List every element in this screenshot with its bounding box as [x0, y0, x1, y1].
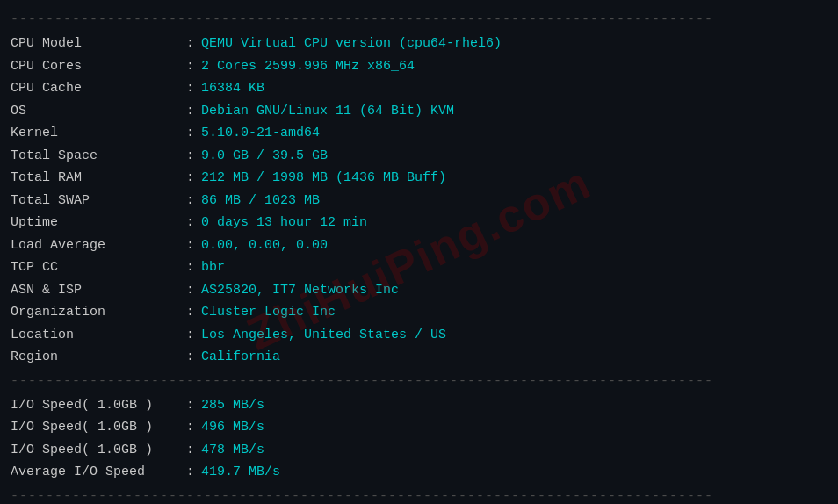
info-row: Load Average: 0.00, 0.00, 0.00 — [11, 234, 827, 257]
info-colon: : — [186, 279, 194, 302]
info-label: Kernel — [11, 122, 186, 145]
info-row: CPU Cores: 2 Cores 2599.996 MHz x86_64 — [11, 55, 827, 78]
io-label: Average I/O Speed — [11, 461, 186, 484]
info-value: 86 MB / 1023 MB — [201, 190, 320, 212]
info-colon: : — [186, 145, 194, 168]
info-value: AS25820, IT7 Networks Inc — [201, 279, 399, 302]
info-colon: : — [186, 77, 194, 100]
info-label: Load Average — [11, 234, 186, 257]
middle-divider: ----------------------------------------… — [11, 374, 827, 389]
io-row: Average I/O Speed: 419.7 MB/s — [11, 461, 827, 484]
info-colon: : — [186, 190, 194, 212]
top-divider: ----------------------------------------… — [11, 12, 827, 27]
info-label: Total RAM — [11, 167, 186, 190]
info-label: TCP CC — [11, 256, 186, 279]
io-row: I/O Speed( 1.0GB ): 478 MB/s — [11, 439, 827, 462]
info-row: CPU Cache: 16384 KB — [11, 77, 827, 100]
info-row: Region: California — [11, 346, 827, 369]
info-colon: : — [186, 234, 194, 257]
info-row: ASN & ISP: AS25820, IT7 Networks Inc — [11, 279, 827, 302]
info-label: Location — [11, 324, 186, 347]
io-colon: : — [186, 439, 194, 462]
io-label: I/O Speed( 1.0GB ) — [11, 416, 186, 439]
io-label: I/O Speed( 1.0GB ) — [11, 439, 186, 462]
info-value: 16384 KB — [201, 77, 264, 100]
io-colon: : — [186, 416, 194, 439]
info-value: bbr — [201, 256, 225, 279]
info-label: CPU Cache — [11, 77, 186, 100]
info-colon: : — [186, 55, 194, 78]
info-value: Cluster Logic Inc — [201, 301, 336, 324]
info-value: QEMU Virtual CPU version (cpu64-rhel6) — [201, 32, 502, 55]
info-label: OS — [11, 100, 186, 123]
system-info-section: CPU Model: QEMU Virtual CPU version (cpu… — [11, 32, 827, 369]
io-row: I/O Speed( 1.0GB ): 496 MB/s — [11, 416, 827, 439]
info-value: Los Angeles, United States / US — [201, 324, 446, 347]
io-row: I/O Speed( 1.0GB ): 285 MB/s — [11, 394, 827, 417]
io-value: 478 MB/s — [201, 439, 264, 462]
info-value: 0 days 13 hour 12 min — [201, 212, 367, 234]
info-colon: : — [186, 346, 194, 369]
info-row: Total RAM: 212 MB / 1998 MB (1436 MB Buf… — [11, 167, 827, 190]
info-row: Kernel: 5.10.0-21-amd64 — [11, 122, 827, 145]
io-speed-section: I/O Speed( 1.0GB ): 285 MB/sI/O Speed( 1… — [11, 394, 827, 484]
io-colon: : — [186, 461, 194, 484]
info-value: 5.10.0-21-amd64 — [201, 122, 320, 145]
info-label: Organization — [11, 301, 186, 324]
info-colon: : — [186, 324, 194, 347]
info-colon: : — [186, 256, 194, 279]
info-colon: : — [186, 301, 194, 324]
io-value: 496 MB/s — [201, 416, 264, 439]
bottom-divider: ----------------------------------------… — [11, 489, 827, 504]
info-value: Debian GNU/Linux 11 (64 Bit) KVM — [201, 100, 454, 123]
info-value: California — [201, 346, 280, 369]
info-row: CPU Model: QEMU Virtual CPU version (cpu… — [11, 32, 827, 55]
io-value: 285 MB/s — [201, 394, 264, 417]
info-row: Total Space: 9.0 GB / 39.5 GB — [11, 145, 827, 168]
info-row: Total SWAP: 86 MB / 1023 MB — [11, 190, 827, 212]
info-value: 212 MB / 1998 MB (1436 MB Buff) — [201, 167, 446, 190]
info-label: Region — [11, 346, 186, 369]
io-value: 419.7 MB/s — [201, 461, 280, 484]
info-label: ASN & ISP — [11, 279, 186, 302]
info-label: CPU Cores — [11, 55, 186, 78]
info-row: Location: Los Angeles, United States / U… — [11, 324, 827, 347]
io-label: I/O Speed( 1.0GB ) — [11, 394, 186, 417]
info-label: CPU Model — [11, 32, 186, 55]
info-colon: : — [186, 212, 194, 234]
info-value: 9.0 GB / 39.5 GB — [201, 145, 328, 168]
info-row: OS: Debian GNU/Linux 11 (64 Bit) KVM — [11, 100, 827, 123]
info-colon: : — [186, 32, 194, 55]
info-label: Total SWAP — [11, 190, 186, 212]
info-row: TCP CC: bbr — [11, 256, 827, 279]
info-colon: : — [186, 100, 194, 123]
info-label: Uptime — [11, 212, 186, 234]
info-value: 2 Cores 2599.996 MHz x86_64 — [201, 55, 415, 78]
info-colon: : — [186, 167, 194, 190]
info-row: Organization: Cluster Logic Inc — [11, 301, 827, 324]
info-row: Uptime: 0 days 13 hour 12 min — [11, 212, 827, 234]
info-colon: : — [186, 122, 194, 145]
info-value: 0.00, 0.00, 0.00 — [201, 234, 328, 257]
info-label: Total Space — [11, 145, 186, 168]
io-colon: : — [186, 394, 194, 417]
